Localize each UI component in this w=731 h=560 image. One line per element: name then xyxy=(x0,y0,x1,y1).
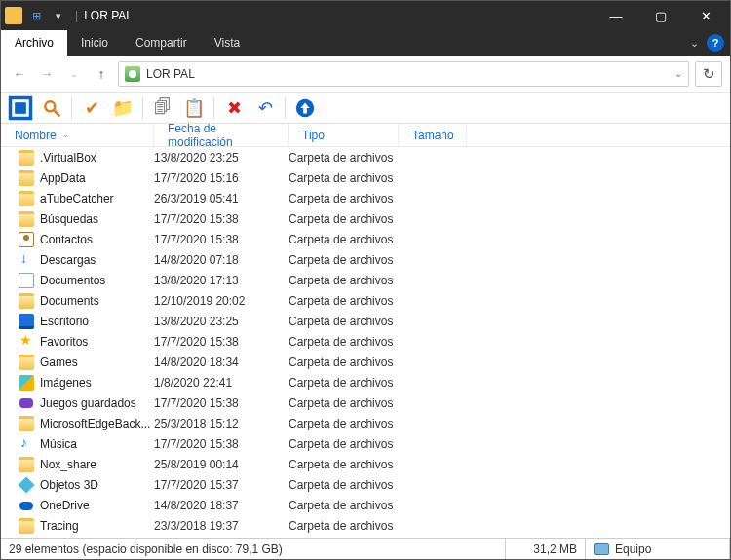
folder-icon xyxy=(19,334,34,350)
maximize-button[interactable]: ▢ xyxy=(638,1,683,30)
table-row[interactable]: Música17/7/2020 15:38Carpeta de archivos xyxy=(1,433,730,454)
table-row[interactable]: Nox_share25/8/2019 00:14Carpeta de archi… xyxy=(1,454,730,474)
paste-button[interactable]: 📋 xyxy=(180,95,208,121)
table-row[interactable]: Juegos guardados17/7/2020 15:38Carpeta d… xyxy=(1,392,730,413)
folder-icon xyxy=(19,436,34,452)
search-button[interactable] xyxy=(38,95,65,121)
file-type: Carpeta de archivos xyxy=(289,355,464,369)
column-header-date[interactable]: Fecha de modificación xyxy=(154,124,289,146)
column-header-type[interactable]: Tipo xyxy=(289,124,399,146)
help-icon[interactable]: ? xyxy=(707,34,724,52)
address-dropdown-icon[interactable]: ⌄ xyxy=(674,68,682,79)
title-separator: | xyxy=(75,9,78,22)
tab-file[interactable]: Archivo xyxy=(1,30,67,56)
table-row[interactable]: Descargas14/8/2020 07:18Carpeta de archi… xyxy=(1,249,730,270)
tab-home[interactable]: Inicio xyxy=(67,30,122,56)
file-type: Carpeta de archivos xyxy=(289,519,464,533)
file-type: Carpeta de archivos xyxy=(289,458,464,471)
file-date: 17/7/2020 15:38 xyxy=(154,396,289,410)
table-row[interactable]: Objetos 3D17/7/2020 15:37Carpeta de arch… xyxy=(1,474,730,495)
qat-icon-1[interactable]: ⊞ xyxy=(25,5,47,26)
file-date: 17/7/2020 15:38 xyxy=(154,233,289,246)
recent-dropdown[interactable]: ⌄ xyxy=(63,63,85,85)
minimize-button[interactable]: — xyxy=(594,1,638,30)
table-row[interactable]: Imágenes1/8/2020 22:41Carpeta de archivo… xyxy=(1,372,730,392)
file-name: Favoritos xyxy=(40,335,154,349)
file-name: Escritorio xyxy=(40,315,154,328)
file-name: Objetos 3D xyxy=(40,478,154,492)
undo-button[interactable]: ↶ xyxy=(251,95,279,121)
up-button[interactable]: ↑ xyxy=(91,63,112,85)
file-type: Carpeta de archivos xyxy=(289,376,464,390)
select-all-button[interactable] xyxy=(7,95,34,121)
check-button[interactable]: ✔ xyxy=(78,95,105,121)
column-header-name[interactable]: Nombre⌄ xyxy=(1,124,154,146)
file-name: Imágenes xyxy=(40,376,154,390)
computer-icon xyxy=(594,543,609,555)
table-row[interactable]: Contactos17/7/2020 15:38Carpeta de archi… xyxy=(1,229,730,249)
file-name: Tracing xyxy=(40,519,154,533)
status-items: 29 elementos (espacio disponible en disc… xyxy=(1,539,506,559)
table-row[interactable]: OneDrive14/8/2020 18:37Carpeta de archiv… xyxy=(1,495,730,515)
new-folder-button[interactable]: 📁 xyxy=(109,95,136,121)
ribbon-expand-icon[interactable]: ⌄ xyxy=(690,37,699,50)
folder-icon xyxy=(19,416,34,431)
table-row[interactable]: Documentos13/8/2020 17:13Carpeta de arch… xyxy=(1,270,730,290)
column-header-size[interactable]: Tamaño xyxy=(399,124,467,146)
copy-button[interactable]: 🗐 xyxy=(149,95,176,121)
folder-icon xyxy=(19,191,34,206)
file-date: 17/7/2020 15:38 xyxy=(154,437,289,451)
file-date: 17/7/2020 15:37 xyxy=(154,478,289,492)
file-type: Carpeta de archivos xyxy=(289,437,464,451)
system-icons: ⊞ ▾ xyxy=(3,5,69,26)
folder-icon xyxy=(19,211,34,227)
address-bar-row: ← → ⌄ ↑ LOR PAL ⌄ ↻ xyxy=(1,56,730,93)
table-row[interactable]: AppData17/7/2020 15:16Carpeta de archivo… xyxy=(1,168,730,188)
folder-icon xyxy=(19,314,34,329)
forward-button[interactable]: → xyxy=(36,63,58,85)
back-button[interactable]: ← xyxy=(9,63,30,85)
upload-button[interactable] xyxy=(291,95,319,121)
toolbar-divider xyxy=(285,97,286,119)
table-row[interactable]: Favoritos17/7/2020 15:38Carpeta de archi… xyxy=(1,331,730,352)
table-row[interactable]: Games14/8/2020 18:34Carpeta de archivos xyxy=(1,352,730,372)
delete-button[interactable]: ✖ xyxy=(220,95,248,121)
file-name: AppData xyxy=(40,171,154,185)
table-row[interactable]: Escritorio13/8/2020 23:25Carpeta de arch… xyxy=(1,311,730,331)
close-button[interactable]: ✕ xyxy=(683,1,728,30)
file-type: Carpeta de archivos xyxy=(289,253,464,267)
status-size: 31,2 MB xyxy=(506,539,586,559)
table-row[interactable]: aTubeCatcher26/3/2019 05:41Carpeta de ar… xyxy=(1,188,730,208)
refresh-button[interactable]: ↻ xyxy=(695,61,722,87)
file-name: Nox_share xyxy=(40,458,154,471)
file-type: Carpeta de archivos xyxy=(289,417,464,430)
folder-icon xyxy=(19,518,34,534)
folder-icon xyxy=(19,375,34,391)
address-bar[interactable]: LOR PAL ⌄ xyxy=(118,61,689,87)
file-date: 23/3/2018 19:37 xyxy=(154,519,289,533)
tab-view[interactable]: Vista xyxy=(201,30,253,56)
tab-share[interactable]: Compartir xyxy=(122,30,201,56)
folder-icon xyxy=(19,477,34,493)
file-name: .VirtualBox xyxy=(40,151,154,165)
qat-icon-2[interactable]: ▾ xyxy=(48,5,69,26)
location-icon xyxy=(125,66,140,82)
table-row[interactable]: Documents12/10/2019 20:02Carpeta de arch… xyxy=(1,290,730,311)
file-name: Descargas xyxy=(40,253,154,267)
status-bar: 29 elementos (espacio disponible en disc… xyxy=(1,538,730,559)
file-name: aTubeCatcher xyxy=(40,192,154,205)
file-name: Documents xyxy=(40,294,154,308)
table-row[interactable]: .VirtualBox13/8/2020 23:25Carpeta de arc… xyxy=(1,147,730,168)
file-date: 12/10/2019 20:02 xyxy=(154,294,289,308)
table-row[interactable]: Búsquedas17/7/2020 15:38Carpeta de archi… xyxy=(1,208,730,229)
file-list[interactable]: .VirtualBox13/8/2020 23:25Carpeta de arc… xyxy=(1,147,730,538)
toolbar-divider xyxy=(142,97,143,119)
file-name: Documentos xyxy=(40,274,154,287)
file-type: Carpeta de archivos xyxy=(289,315,464,328)
toolbar-divider xyxy=(71,97,72,119)
table-row[interactable]: Tracing23/3/2018 19:37Carpeta de archivo… xyxy=(1,515,730,536)
file-type: Carpeta de archivos xyxy=(289,499,464,512)
app-icon[interactable] xyxy=(5,7,22,24)
table-row[interactable]: MicrosoftEdgeBack...25/3/2018 15:12Carpe… xyxy=(1,413,730,433)
file-type: Carpeta de archivos xyxy=(289,335,464,349)
